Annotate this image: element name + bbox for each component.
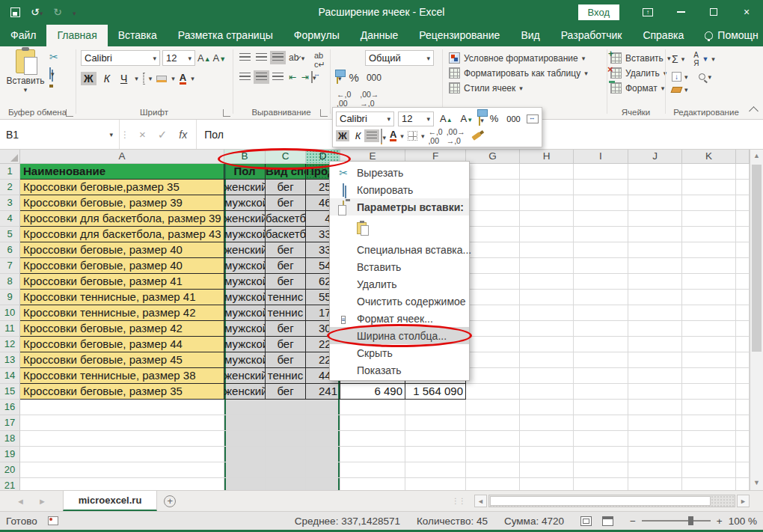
cell-A17[interactable] xyxy=(20,415,224,431)
next-sheet-icon[interactable]: ► xyxy=(38,497,46,506)
cell-H19[interactable] xyxy=(520,447,574,462)
mini-accounting-button[interactable]: ▾ xyxy=(479,112,484,126)
mini-font-family-combo[interactable]: Calibri▾ xyxy=(336,111,394,126)
scroll-right-icon[interactable]: ► xyxy=(737,495,750,507)
tab-Разметка страницы[interactable]: Разметка страницы xyxy=(168,25,284,46)
cell-E18[interactable] xyxy=(340,431,405,447)
cell-partial17[interactable] xyxy=(736,415,750,431)
mini-increase-font-button[interactable]: А▲ xyxy=(438,113,455,124)
cell-C6[interactable]: бег xyxy=(266,242,306,258)
underline-button[interactable]: Ч xyxy=(117,72,130,85)
cell-B3[interactable]: мужской xyxy=(224,195,266,211)
column-header-partial[interactable] xyxy=(736,150,750,164)
cell-C2[interactable]: бег xyxy=(266,180,306,195)
decrease-font-button[interactable]: А▼ xyxy=(213,52,227,64)
cell-J18[interactable] xyxy=(628,431,682,447)
cell-C7[interactable]: бег xyxy=(266,258,306,274)
decrease-decimal-button[interactable]: ,00→→,0 xyxy=(360,90,379,108)
close-button[interactable]: × xyxy=(730,0,763,24)
mini-italic-button[interactable]: К xyxy=(353,130,364,141)
enter-entry-button[interactable]: ✓ xyxy=(158,128,168,141)
cell-G8[interactable] xyxy=(466,274,520,290)
scroll-left-icon[interactable]: ◄ xyxy=(474,495,487,507)
cell-B21[interactable] xyxy=(224,478,266,490)
cell-I10[interactable] xyxy=(574,305,628,321)
row-header-11[interactable]: 11 xyxy=(0,321,20,337)
menu-item-7[interactable]: Очистить содержимое xyxy=(330,293,469,310)
row-header-21[interactable]: 21 xyxy=(0,478,20,490)
cell-partial2[interactable] xyxy=(736,180,750,195)
cell-J5[interactable] xyxy=(628,227,682,242)
cell-G21[interactable] xyxy=(466,478,520,490)
row-header-5[interactable]: 5 xyxy=(0,227,20,242)
merge-center-button[interactable]: ▾ xyxy=(311,72,316,82)
cell-K2[interactable] xyxy=(682,180,736,195)
cell-J21[interactable] xyxy=(628,478,682,490)
cell-B12[interactable]: мужской xyxy=(224,337,266,352)
cell-H1[interactable] xyxy=(520,164,574,180)
cell-J11[interactable] xyxy=(628,321,682,337)
align-middle-button[interactable] xyxy=(256,53,267,62)
cell-partial6[interactable] xyxy=(736,242,750,258)
cell-I12[interactable] xyxy=(574,337,628,352)
vertical-scrollbar[interactable]: ▲ ▼ xyxy=(750,150,763,490)
cell-G17[interactable] xyxy=(466,415,520,431)
insert-function-button[interactable]: fx xyxy=(179,129,187,141)
mini-center-align-button[interactable] xyxy=(367,132,377,140)
zoom-level[interactable]: 100 % xyxy=(729,516,757,527)
cell-B17[interactable] xyxy=(224,415,266,431)
align-right-button[interactable] xyxy=(272,73,284,82)
cell-H5[interactable] xyxy=(520,227,574,242)
cell-partial7[interactable] xyxy=(736,258,750,274)
fill-down-icon[interactable]: ↓ xyxy=(672,72,681,82)
cell-B10[interactable]: мужской xyxy=(224,305,266,321)
cell-J12[interactable] xyxy=(628,337,682,352)
cell-C5[interactable]: баскетбол xyxy=(266,227,306,242)
cell-A3[interactable]: Кроссовки беговые, размер 39 xyxy=(20,195,224,211)
cell-C11[interactable]: бег xyxy=(266,321,306,337)
undo-button[interactable]: ↺▾ xyxy=(31,6,43,18)
cell-D16[interactable] xyxy=(306,400,340,415)
cell-H17[interactable] xyxy=(520,415,574,431)
cell-I2[interactable] xyxy=(574,180,628,195)
decrease-indent-button[interactable]: ⇤ xyxy=(289,72,296,82)
cell-H6[interactable] xyxy=(520,242,574,258)
mini-increase-decimal-button[interactable]: ←,0,00 xyxy=(428,127,442,145)
cell-I16[interactable] xyxy=(574,400,628,415)
cell-partial19[interactable] xyxy=(736,447,750,462)
menu-item-5[interactable]: Вставить xyxy=(330,258,469,275)
prev-sheet-icon[interactable]: ◄ xyxy=(16,497,25,506)
menu-item-4[interactable]: Специальная вставка... xyxy=(330,241,469,258)
zoom-out-button[interactable]: − xyxy=(630,516,636,527)
cell-K11[interactable] xyxy=(682,321,736,337)
cell-B5[interactable]: мужской xyxy=(224,227,266,242)
cell-C3[interactable]: бег xyxy=(266,195,306,211)
cell-A11[interactable]: Кроссовки беговые, размер 42 xyxy=(20,321,224,337)
cell-D20[interactable] xyxy=(306,462,340,478)
cell-A14[interactable]: Кроссовки теннисные, размер 38 xyxy=(20,368,224,384)
cell-B4[interactable]: женский xyxy=(224,211,266,227)
cell-K13[interactable] xyxy=(682,352,736,368)
cell-A13[interactable]: Кроссовки беговые, размер 45 xyxy=(20,352,224,368)
cell-A1[interactable]: Наименование xyxy=(20,164,224,180)
cell-K9[interactable] xyxy=(682,290,736,305)
page-layout-view-button[interactable] xyxy=(580,516,592,526)
sheet-tab-active[interactable]: microexcel.ru xyxy=(63,491,158,511)
underline-caret-icon[interactable]: ▾ xyxy=(135,75,138,82)
tab-Помощн[interactable]: Помощн xyxy=(694,25,763,46)
cell-K7[interactable] xyxy=(682,258,736,274)
cell-partial21[interactable] xyxy=(736,478,750,490)
cell-H8[interactable] xyxy=(520,274,574,290)
cell-J3[interactable] xyxy=(628,195,682,211)
paste-button[interactable]: Вставить ▾ xyxy=(4,49,46,105)
mini-format-painter-icon[interactable] xyxy=(471,132,481,141)
cell-K5[interactable] xyxy=(682,227,736,242)
cell-H13[interactable] xyxy=(520,352,574,368)
cell-A21[interactable] xyxy=(20,478,224,490)
cell-I14[interactable] xyxy=(574,368,628,384)
conditional-formatting-button[interactable]: Условное форматирование▾ xyxy=(449,52,588,64)
cell-I20[interactable] xyxy=(574,462,628,478)
scroll-down-icon[interactable]: ▼ xyxy=(750,477,763,490)
cell-I9[interactable] xyxy=(574,290,628,305)
cell-K10[interactable] xyxy=(682,305,736,321)
